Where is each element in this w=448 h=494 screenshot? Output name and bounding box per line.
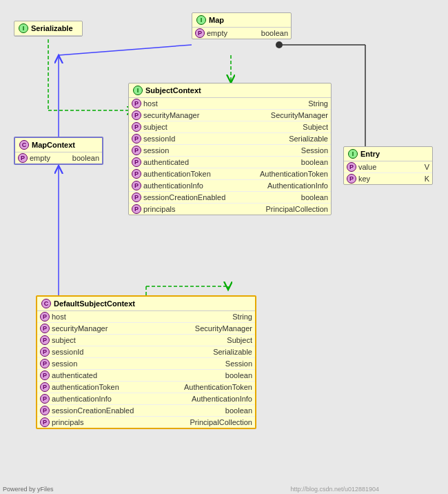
sc-row-authenticated: P authenticated boolean	[129, 157, 331, 168]
dsc-row-principals: P principals PrincipalCollection	[37, 417, 255, 428]
sc-row-sessioncreation: P sessionCreationEnabled boolean	[129, 192, 331, 204]
svg-point-4	[276, 41, 283, 48]
sc-row-securitymanager: P securityManager SecurityManager	[129, 110, 331, 121]
map-row-empty: P empty boolean	[192, 28, 291, 39]
map-empty-badge: P	[195, 28, 205, 38]
sc-row-session: P session Session	[129, 145, 331, 157]
mc-row-empty: P empty boolean	[15, 152, 102, 164]
serializable-title: Serializable	[31, 24, 73, 32]
map-box[interactable]: I Map P empty boolean	[192, 12, 292, 39]
map-badge: I	[196, 15, 206, 25]
subjectcontext-badge: I	[133, 86, 143, 95]
entry-header: I Entry	[344, 147, 432, 161]
sc-row-sessionid: P sessionId Serializable	[129, 133, 331, 145]
entry-box[interactable]: I Entry P value V P key K	[343, 146, 433, 185]
mapcontext-header: C MapContext	[15, 138, 102, 152]
diagram-canvas: I Serializable I Map P empty boolean I E…	[0, 0, 448, 494]
entry-title: Entry	[360, 150, 380, 158]
defaultsubjectcontext-box[interactable]: C DefaultSubjectContext P host String P …	[36, 295, 256, 429]
subjectcontext-title: SubjectContext	[145, 86, 201, 95]
entry-row-key: P key K	[344, 173, 432, 184]
entry-key-type: K	[425, 175, 429, 183]
dsc-header: C DefaultSubjectContext	[37, 297, 255, 311]
entry-key-badge: P	[347, 174, 356, 184]
sc-row-authtoken: P authenticationToken AuthenticationToke…	[129, 168, 331, 180]
dsc-row-host: P host String	[37, 311, 255, 323]
footer-left: Powered by yFiles	[3, 486, 54, 493]
entry-row-value: P value V	[344, 161, 432, 173]
dsc-row-session: P session Session	[37, 358, 255, 370]
serializable-box[interactable]: I Serializable	[14, 21, 83, 37]
mapcontext-title: MapContext	[32, 141, 75, 149]
entry-badge: I	[348, 149, 358, 159]
footer-right: http://blog.csdn.net/u012881904	[290, 486, 379, 493]
map-empty-name: empty	[207, 29, 259, 37]
map-header: I Map	[192, 13, 291, 28]
dsc-badge: C	[41, 299, 51, 308]
subjectcontext-header: I SubjectContext	[129, 83, 331, 98]
serializable-badge: I	[19, 23, 28, 33]
sc-row-authinfo: P authenticationInfo AuthenticationInfo	[129, 180, 331, 192]
dsc-row-subject: P subject Subject	[37, 335, 255, 346]
sc-row-subject: P subject Subject	[129, 121, 331, 133]
mapcontext-box[interactable]: C MapContext P empty boolean	[14, 137, 103, 165]
sc-row-principals: P principals PrincipalCollection	[129, 204, 331, 215]
subjectcontext-box[interactable]: I SubjectContext P host String P securit…	[128, 83, 332, 215]
dsc-row-authenticated: P authenticated boolean	[37, 370, 255, 382]
map-title: Map	[209, 16, 224, 24]
mapcontext-badge: C	[19, 140, 29, 150]
dsc-row-authtoken: P authenticationToken AuthenticationToke…	[37, 382, 255, 393]
dsc-row-sessioncreation: P sessionCreationEnabled boolean	[37, 405, 255, 417]
sc-row-host: P host String	[129, 98, 331, 110]
entry-key-name: key	[358, 175, 422, 183]
dsc-row-securitymanager: P securityManager SecurityManager	[37, 323, 255, 335]
dsc-row-authinfo: P authenticationInfo AuthenticationInfo	[37, 393, 255, 405]
dsc-title: DefaultSubjectContext	[54, 299, 135, 308]
entry-value-type: V	[425, 163, 429, 171]
entry-value-badge: P	[347, 162, 356, 172]
entry-value-name: value	[358, 163, 422, 171]
serializable-header: I Serializable	[14, 21, 82, 36]
map-empty-type: boolean	[261, 29, 288, 37]
svg-line-8	[59, 45, 192, 55]
dsc-row-sessionid: P sessionId Serializable	[37, 346, 255, 358]
